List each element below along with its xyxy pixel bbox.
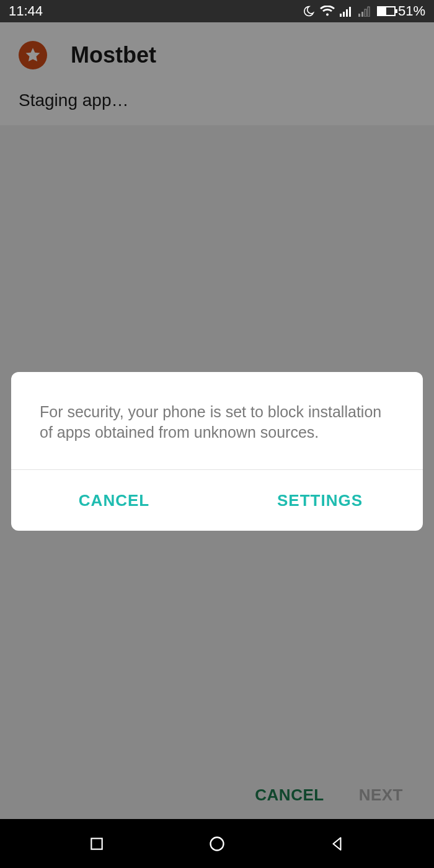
svg-rect-3 bbox=[349, 7, 351, 17]
svg-rect-7 bbox=[368, 7, 370, 17]
status-time: 11:44 bbox=[9, 3, 43, 19]
svg-rect-6 bbox=[365, 9, 366, 17]
dialog-actions: CANCEL SETTINGS bbox=[11, 470, 423, 531]
dialog-message: For security, your phone is set to block… bbox=[11, 372, 423, 469]
security-dialog: For security, your phone is set to block… bbox=[11, 372, 423, 531]
recents-icon[interactable] bbox=[89, 836, 105, 852]
installer-screen: Mostbet Staging app… CANCEL NEXT For sec… bbox=[0, 22, 434, 819]
home-icon[interactable] bbox=[208, 835, 226, 852]
svg-rect-5 bbox=[361, 12, 363, 17]
svg-rect-4 bbox=[358, 14, 360, 17]
dialog-settings-button[interactable]: SETTINGS bbox=[217, 470, 423, 531]
status-bar: 11:44 51% bbox=[0, 0, 434, 22]
moon-icon bbox=[303, 5, 315, 17]
svg-rect-8 bbox=[92, 838, 102, 849]
svg-point-9 bbox=[210, 837, 223, 850]
status-icons: 51% bbox=[303, 3, 425, 19]
back-icon[interactable] bbox=[329, 836, 345, 852]
wifi-icon bbox=[320, 6, 335, 17]
battery-indicator: 51% bbox=[377, 3, 425, 19]
svg-rect-2 bbox=[346, 9, 348, 17]
battery-percent: 51% bbox=[398, 3, 425, 19]
svg-rect-0 bbox=[340, 14, 342, 17]
dialog-cancel-button[interactable]: CANCEL bbox=[11, 470, 217, 531]
signal-icon-1 bbox=[340, 6, 353, 17]
signal-icon-2 bbox=[358, 6, 372, 17]
svg-rect-1 bbox=[343, 12, 345, 17]
navigation-bar bbox=[0, 819, 434, 868]
